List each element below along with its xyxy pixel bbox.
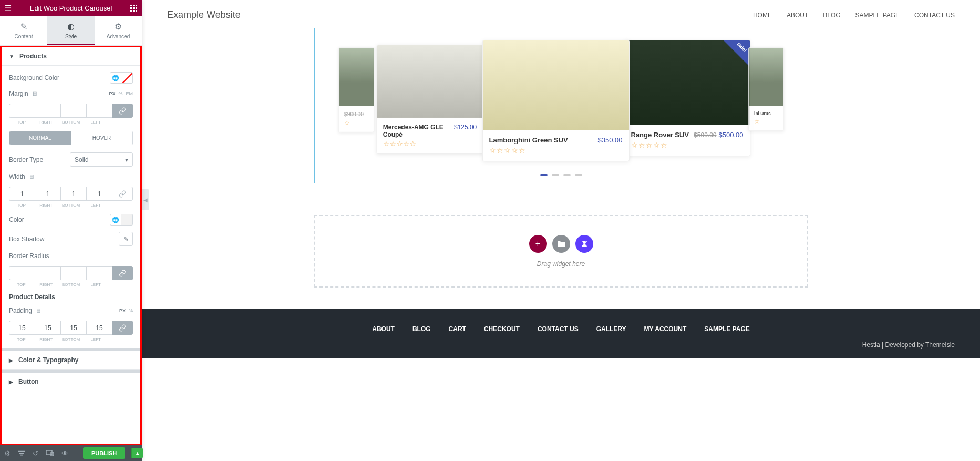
menu-icon[interactable]: ☰ bbox=[4, 3, 12, 13]
margin-bottom[interactable] bbox=[60, 104, 86, 118]
footer-nav-item[interactable]: CHECKOUT bbox=[484, 325, 520, 333]
carousel-dots bbox=[315, 170, 808, 183]
tab-advanced[interactable]: ⚙Advanced bbox=[95, 16, 142, 45]
dim-label-right: RIGHT bbox=[34, 120, 58, 125]
chevron-down-icon: ▾ bbox=[125, 156, 128, 163]
nav-item[interactable]: BLOG bbox=[823, 12, 840, 19]
settings-icon[interactable]: ⚙ bbox=[4, 449, 11, 457]
margin-right[interactable] bbox=[35, 104, 60, 118]
responsive-icon[interactable] bbox=[46, 450, 54, 456]
product-card[interactable]: ini Urus ☆ bbox=[748, 47, 784, 131]
carousel-dot[interactable] bbox=[575, 174, 582, 176]
empty-section[interactable]: + Drag widget here bbox=[314, 215, 808, 288]
responsive-icon[interactable]: 🖥 bbox=[28, 173, 34, 180]
section-products-head[interactable]: ▼ Products bbox=[2, 47, 140, 66]
rating-stars: ☆ bbox=[344, 119, 368, 127]
radius-left[interactable] bbox=[86, 266, 112, 280]
tab-normal[interactable]: NORMAL bbox=[9, 131, 71, 145]
revisions-icon[interactable] bbox=[18, 449, 25, 457]
publish-more-button[interactable]: ▲ bbox=[131, 448, 143, 458]
carousel-dot[interactable] bbox=[563, 174, 571, 176]
rating-stars: ☆☆☆☆☆ bbox=[489, 146, 623, 155]
section-color-typo-head[interactable]: ▶ Color & Typography bbox=[2, 351, 140, 370]
padding-top[interactable] bbox=[9, 321, 35, 335]
carousel-widget[interactable]: $900.00 ☆ Mercedes-AMG GLE Coupé $125.00… bbox=[314, 28, 808, 183]
bg-color-swatch[interactable] bbox=[121, 72, 133, 84]
radius-bottom[interactable] bbox=[60, 266, 86, 280]
link-icon[interactable] bbox=[112, 104, 133, 118]
footer-nav-item[interactable]: CONTACT US bbox=[538, 325, 579, 333]
link-icon[interactable] bbox=[112, 187, 133, 201]
product-card[interactable]: Sale! Range Rover SUV $599.00$500.00 ☆☆☆… bbox=[624, 40, 750, 156]
responsive-icon[interactable]: 🖥 bbox=[35, 308, 41, 314]
edit-icon[interactable]: ✎ bbox=[119, 232, 133, 246]
dim-label-bottom: BOTTOM bbox=[58, 282, 83, 287]
carousel-dot[interactable] bbox=[552, 174, 559, 176]
unit-px[interactable]: PX bbox=[109, 91, 115, 96]
color-swatch[interactable] bbox=[121, 214, 133, 226]
unit-em[interactable]: EM bbox=[126, 91, 133, 96]
apps-icon[interactable] bbox=[130, 5, 138, 12]
footer-nav-item[interactable]: GALLERY bbox=[596, 325, 626, 333]
kit-button[interactable] bbox=[575, 235, 593, 253]
footer-nav-item[interactable]: CART bbox=[449, 325, 466, 333]
section-button-head[interactable]: ▶ Button bbox=[2, 373, 140, 391]
globe-icon[interactable]: 🌐 bbox=[110, 72, 121, 84]
credit-link[interactable]: ThemeIsle bbox=[925, 341, 955, 349]
responsive-icon[interactable]: 🖥 bbox=[32, 90, 37, 97]
product-card[interactable]: Mercedes-AMG GLE Coupé $125.00 ☆☆☆☆☆ bbox=[376, 45, 482, 154]
nav-item[interactable]: CONTACT US bbox=[914, 12, 955, 19]
svg-point-12 bbox=[582, 241, 583, 242]
color-label: Color bbox=[9, 216, 24, 223]
add-section-button[interactable]: + bbox=[529, 235, 547, 253]
margin-left[interactable] bbox=[86, 104, 112, 118]
link-icon[interactable] bbox=[112, 266, 133, 280]
footer-nav-item[interactable]: MY ACCOUNT bbox=[644, 325, 687, 333]
footer-nav-item[interactable]: SAMPLE PAGE bbox=[704, 325, 749, 333]
radius-top[interactable] bbox=[9, 266, 35, 280]
rating-stars: ☆☆☆☆☆ bbox=[631, 141, 744, 149]
publish-button[interactable]: PUBLISH bbox=[83, 447, 125, 459]
preview-icon[interactable]: 👁 bbox=[61, 449, 68, 457]
width-left[interactable] bbox=[86, 187, 112, 201]
padding-right[interactable] bbox=[35, 321, 60, 335]
border-type-select[interactable]: Solid ▾ bbox=[70, 152, 133, 167]
margin-top[interactable] bbox=[9, 104, 35, 118]
section-products-label: Products bbox=[19, 53, 47, 60]
dim-label-left: LEFT bbox=[84, 282, 108, 287]
svg-rect-3 bbox=[130, 7, 132, 9]
add-template-button[interactable] bbox=[552, 235, 570, 253]
tab-style[interactable]: ◐Style bbox=[47, 16, 95, 45]
nav-item[interactable]: ABOUT bbox=[787, 12, 808, 19]
width-top[interactable] bbox=[9, 187, 35, 201]
globe-icon[interactable]: 🌐 bbox=[110, 214, 121, 226]
padding-bottom[interactable] bbox=[60, 321, 86, 335]
product-card[interactable]: $900.00 ☆ bbox=[338, 47, 374, 132]
radius-right[interactable] bbox=[35, 266, 60, 280]
editor-header: ☰ Edit Woo Product Carousel bbox=[0, 0, 142, 16]
editor-footer: ⚙ ↺ 👁 PUBLISH ▲ bbox=[0, 445, 142, 461]
unit-pct[interactable]: % bbox=[118, 91, 122, 96]
padding-left[interactable] bbox=[86, 321, 112, 335]
nav-item[interactable]: SAMPLE PAGE bbox=[855, 12, 900, 19]
link-icon[interactable] bbox=[112, 321, 133, 335]
product-card[interactable]: Lamborghini Green SUV $350.00 ☆☆☆☆☆ bbox=[482, 40, 630, 161]
unit-px[interactable]: PX bbox=[119, 308, 126, 313]
border-type-value: Solid bbox=[75, 156, 89, 163]
tab-style-label: Style bbox=[65, 34, 77, 39]
history-icon[interactable]: ↺ bbox=[33, 449, 38, 457]
product-name: Range Rover SUV bbox=[631, 131, 689, 139]
tab-hover[interactable]: HOVER bbox=[71, 131, 132, 145]
dim-label-top: TOP bbox=[9, 337, 34, 342]
carousel-dot[interactable] bbox=[540, 174, 548, 176]
collapse-sidebar-icon[interactable]: ◀ bbox=[142, 189, 149, 210]
controls-panel: ▼ Products Background Color 🌐 Margin🖥 PX bbox=[0, 46, 142, 445]
width-right[interactable] bbox=[35, 187, 60, 201]
footer-nav-item[interactable]: BLOG bbox=[412, 325, 431, 333]
footer-nav-item[interactable]: ABOUT bbox=[372, 325, 395, 333]
tab-content[interactable]: ✎Content bbox=[0, 16, 47, 45]
svg-rect-6 bbox=[130, 10, 132, 12]
width-bottom[interactable] bbox=[60, 187, 86, 201]
unit-pct[interactable]: % bbox=[129, 308, 133, 313]
nav-item[interactable]: HOME bbox=[753, 12, 772, 19]
